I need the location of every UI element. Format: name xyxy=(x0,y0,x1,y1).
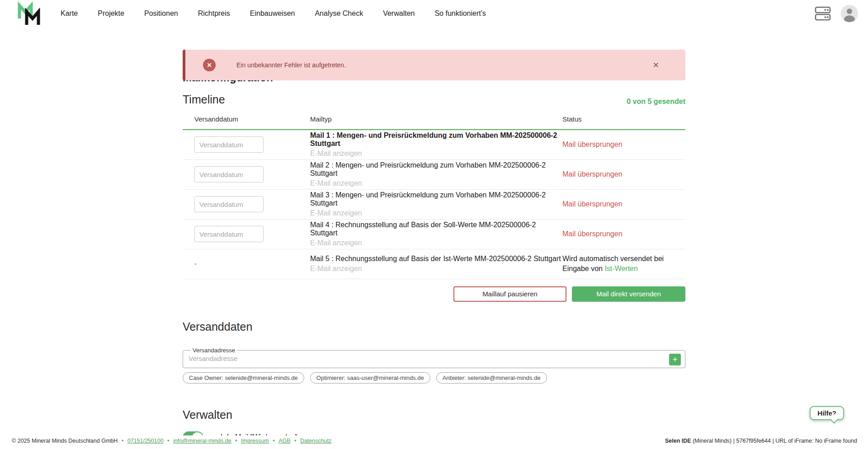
footer: © 2025 Mineral Minds Deutschland GmbH • … xyxy=(0,435,868,449)
versanddatum-input-4[interactable] xyxy=(194,226,264,242)
timeline-row-3: Mail 3 : Mengen- und Preisrückmeldung zu… xyxy=(183,189,685,219)
status-skipped-label: Mail übersprungen xyxy=(562,200,623,208)
nav-item-karte[interactable]: Karte xyxy=(61,9,78,18)
versanddatum-empty: - xyxy=(194,260,197,267)
mail-title: Mail 4 : Rechnungsstellung auf Basis der… xyxy=(310,221,562,237)
status-auto-label: Wird automatisch versendet bei Eingabe v… xyxy=(562,254,685,274)
footer-separator: • xyxy=(293,438,298,444)
status-cell: Mail übersprungen xyxy=(562,130,685,159)
footer-copyright: © 2025 Mineral Minds Deutschland GmbH xyxy=(12,438,118,444)
error-banner: ✕ Ein unbekannter Fehler ist aufgetreten… xyxy=(183,50,685,80)
versanddatum-cell xyxy=(183,159,310,189)
versandadresse-field: Versandadresse + xyxy=(183,347,685,368)
mineral-minds-logo[interactable] xyxy=(15,2,42,25)
versanddatum-input-3[interactable] xyxy=(194,196,264,212)
column-header-status: Status xyxy=(562,111,685,130)
versandadresse-input[interactable] xyxy=(189,354,650,368)
nav-item-einbauweisen[interactable]: Einbauweisen xyxy=(250,9,295,18)
send-mail-directly-button[interactable]: Mail direkt versenden xyxy=(572,286,685,302)
timeline-row-1: Mail 1 : Mengen- und Preisrückmeldung zu… xyxy=(183,130,685,159)
mailtyp-cell: Mail 5 : Rechnungsstellung auf Basis der… xyxy=(310,249,562,279)
status-cell: Mail übersprungen xyxy=(562,219,685,249)
footer-separator: • xyxy=(271,438,276,444)
status-cell: Mail übersprungen xyxy=(562,159,685,189)
footer-link-07151-250100[interactable]: 07151/250100 xyxy=(127,438,164,444)
error-x-circle-icon: ✕ xyxy=(203,59,216,71)
status-cell: Wird automatisch versendet bei Eingabe v… xyxy=(562,249,685,279)
footer-ide-info: Selen IDE (Mineral Minds) | 5767f95fe644… xyxy=(665,438,857,444)
footer-separator: • xyxy=(122,438,125,444)
add-address-button[interactable]: + xyxy=(669,354,681,365)
show-email-link[interactable]: E-Mail anzeigen xyxy=(310,209,562,217)
footer-ide-details: (Mineral Minds) | 5767f95fe644 | URL of … xyxy=(691,438,857,444)
status-skipped-label: Mail übersprungen xyxy=(562,230,623,238)
person-icon xyxy=(841,5,858,22)
versanddatum-cell xyxy=(183,219,310,249)
error-banner-accent xyxy=(183,50,185,80)
verwalten-heading: Verwalten xyxy=(183,408,685,421)
status-cell: Mail übersprungen xyxy=(562,189,685,219)
nav-item-positionen[interactable]: Positionen xyxy=(144,9,178,18)
nav-item-verwalten[interactable]: Verwalten xyxy=(383,9,415,18)
ist-werten-link[interactable]: Ist-Werten xyxy=(604,265,638,272)
nav-item-richtpreis[interactable]: Richtpreis xyxy=(198,9,230,18)
versanddatum-cell xyxy=(183,130,310,159)
versanddatum-input-1[interactable] xyxy=(194,136,264,153)
mail-timeline-table: Versanddatum Mailtyp Status Mail 1 : Men… xyxy=(183,111,685,279)
footer-ide-name: Selen IDE xyxy=(665,438,691,444)
footer-link-impressum[interactable]: Impressum xyxy=(241,438,269,444)
mailtyp-cell: Mail 2 : Mengen- und Preisrückmeldung zu… xyxy=(310,159,562,189)
nav-item-so-funktioniert-s[interactable]: So funktioniert's xyxy=(434,9,486,18)
column-header-versanddatum: Versanddatum xyxy=(183,111,310,130)
chip-anbieter[interactable]: Anbieter: selenide@mineral-minds.de xyxy=(436,372,547,384)
footer-link-agb[interactable]: AGB xyxy=(278,438,290,444)
sent-progress-label: 0 von 5 gesendet xyxy=(627,98,685,106)
mail-title: Mail 2 : Mengen- und Preisrückmeldung zu… xyxy=(310,161,562,178)
show-email-link[interactable]: E-Mail anzeigen xyxy=(310,265,562,273)
footer-link-datenschutz[interactable]: Datenschutz xyxy=(300,438,331,444)
timeline-row-5: -Mail 5 : Rechnungsstellung auf Basis de… xyxy=(183,249,685,279)
mailtyp-cell: Mail 4 : Rechnungsstellung auf Basis der… xyxy=(310,219,562,249)
mailtyp-cell: Mail 1 : Mengen- und Preisrückmeldung zu… xyxy=(310,130,562,159)
user-avatar[interactable] xyxy=(841,5,858,22)
footer-link-info-mineral-minds-de[interactable]: info@mineral-minds.de xyxy=(173,438,231,444)
chip-case-owner[interactable]: Case Owner: selenide@mineral-minds.de xyxy=(183,372,304,384)
main-nav: KarteProjektePositionenRichtpreisEinbauw… xyxy=(61,9,486,18)
footer-separator: • xyxy=(166,438,171,444)
show-email-link[interactable]: E-Mail anzeigen xyxy=(310,179,562,187)
error-close-icon[interactable]: ✕ xyxy=(653,61,659,70)
status-skipped-label: Mail übersprungen xyxy=(562,170,623,178)
versanddatum-cell xyxy=(183,189,310,219)
versanddaten-heading: Versanddaten xyxy=(183,320,685,333)
help-button[interactable]: Hilfe? xyxy=(810,406,844,420)
server-icon[interactable] xyxy=(815,6,832,21)
show-email-link[interactable]: E-Mail anzeigen xyxy=(310,150,562,158)
nav-item-analyse-check[interactable]: Analyse Check xyxy=(315,9,363,18)
pause-maillauf-button[interactable]: Maillauf pausieren xyxy=(453,286,566,302)
header-actions xyxy=(815,5,858,22)
status-skipped-label: Mail übersprungen xyxy=(562,140,623,148)
chip-optimierer[interactable]: Optimierer: saas-user@mineral-minds.de xyxy=(310,372,430,384)
timeline-row-2: Mail 2 : Mengen- und Preisrückmeldung zu… xyxy=(183,159,685,189)
footer-legal: © 2025 Mineral Minds Deutschland GmbH • … xyxy=(12,438,331,444)
column-header-mailtyp: Mailtyp xyxy=(310,111,562,130)
mail-title: Mail 1 : Mengen- und Preisrückmeldung zu… xyxy=(310,131,562,148)
mail-title: Mail 3 : Mengen- und Preisrückmeldung zu… xyxy=(310,191,562,207)
versanddatum-input-2[interactable] xyxy=(194,166,264,182)
footer-separator: • xyxy=(234,438,239,444)
versandadresse-field-label: Versandadresse xyxy=(190,347,237,354)
error-message: Ein unbekannter Fehler ist aufgetreten. xyxy=(236,61,346,69)
mail-title: Mail 5 : Rechnungsstellung auf Basis der… xyxy=(310,255,562,263)
address-suggestion-chips: Case Owner: selenide@mineral-minds.deOpt… xyxy=(183,372,685,384)
versanddatum-cell: - xyxy=(183,249,310,279)
timeline-row-4: Mail 4 : Rechnungsstellung auf Basis der… xyxy=(183,219,685,249)
top-navigation-bar: KarteProjektePositionenRichtpreisEinbauw… xyxy=(0,0,868,27)
timeline-heading: Timeline xyxy=(183,93,225,106)
nav-item-projekte[interactable]: Projekte xyxy=(98,9,124,18)
show-email-link[interactable]: E-Mail anzeigen xyxy=(310,239,562,247)
mailtyp-cell: Mail 3 : Mengen- und Preisrückmeldung zu… xyxy=(310,189,562,219)
